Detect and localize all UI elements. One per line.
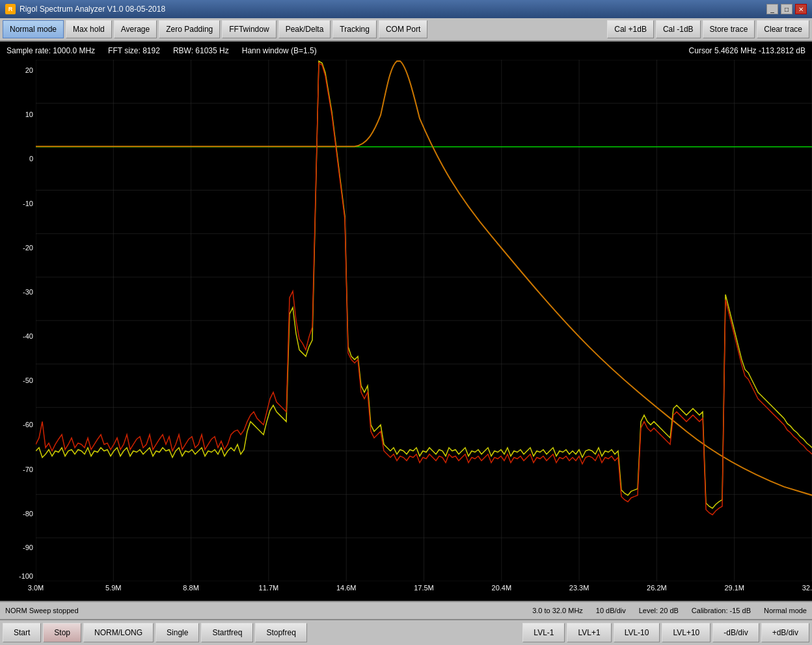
x-label-32m: 32.0M — [802, 584, 812, 592]
chart-header: Sample rate: 1000.0 MHz FFT size: 8192 R… — [0, 42, 812, 60]
chart-header-left: Sample rate: 1000.0 MHz FFT size: 8192 R… — [7, 46, 689, 55]
sample-rate-label: Sample rate: 1000.0 MHz — [7, 46, 95, 55]
x-label-3m: 3.0M — [28, 584, 44, 592]
rbw-label: RBW: 61035 Hz — [173, 46, 229, 55]
lvl-minus10-button[interactable]: LVL-10 — [614, 623, 660, 642]
app-icon: R — [5, 4, 16, 14]
y-label-minus80: -80 — [23, 510, 33, 518]
chart-plot — [36, 60, 812, 581]
peak-delta-button[interactable]: Peak/Delta — [278, 20, 331, 38]
y-label-minus50: -50 — [23, 376, 33, 384]
y-label-minus70: -70 — [23, 466, 33, 473]
chart-container[interactable]: Sample rate: 1000.0 MHz FFT size: 8192 R… — [0, 42, 812, 601]
db-div-minus-button[interactable]: -dB/div — [712, 623, 759, 642]
lvl-plus1-button[interactable]: LVL+1 — [567, 623, 611, 642]
y-label-minus90: -90 — [23, 544, 33, 551]
y-label-20: 20 — [25, 66, 33, 74]
y-label-10: 10 — [25, 111, 33, 118]
normal-mode-button[interactable]: Normal mode — [3, 20, 64, 38]
y-label-minus10: -10 — [23, 200, 33, 207]
x-label-291m: 29.1M — [724, 584, 744, 592]
cal-minus1db-button[interactable]: Cal -1dB — [656, 20, 701, 38]
x-label-233m: 23.3M — [569, 584, 589, 592]
x-label-117m: 11.7M — [259, 584, 279, 592]
lvl-minus1-button[interactable]: LVL-1 — [522, 623, 565, 642]
fftwindow-button[interactable]: FFTwindow — [222, 20, 276, 38]
minimize-button[interactable]: _ — [766, 4, 778, 14]
fft-size-label: FFT size: 8192 — [108, 46, 160, 55]
level-value: Level: 20 dB — [639, 607, 679, 614]
maximize-button[interactable]: □ — [781, 4, 792, 14]
store-trace-button[interactable]: Store trace — [703, 20, 755, 38]
lvl-plus10-button[interactable]: LVL+10 — [662, 623, 710, 642]
y-label-minus20: -20 — [23, 244, 33, 252]
title-bar: R Rigol Spectrum Analyzer V1.0 08-05-201… — [0, 0, 812, 18]
status-info: 3.0 to 32.0 MHz 10 dB/div Level: 20 dB C… — [532, 607, 807, 614]
max-hold-button[interactable]: Max hold — [66, 20, 112, 38]
y-label-minus60: -60 — [23, 421, 33, 428]
x-label-88m: 8.8M — [183, 584, 198, 592]
zero-padding-button[interactable]: Zero Padding — [159, 20, 220, 38]
y-label-minus40: -40 — [23, 332, 33, 340]
stopfreq-button[interactable]: Stopfreq — [255, 623, 306, 642]
chart-svg — [36, 60, 812, 581]
freq-range: 3.0 to 32.0 MHz — [532, 607, 583, 614]
clear-trace-button[interactable]: Clear trace — [757, 20, 809, 38]
window-label: Hann window (B=1.5) — [242, 46, 317, 55]
cal-plus1db-button[interactable]: Cal +1dB — [607, 20, 654, 38]
status-bar: NORM Sweep stopped 3.0 to 32.0 MHz 10 dB… — [0, 601, 812, 619]
y-label-0: 0 — [29, 155, 33, 163]
bottom-toolbar: Start Stop NORM/LONG Single Startfreq St… — [0, 619, 812, 645]
db-div-plus-button[interactable]: +dB/div — [761, 623, 809, 642]
close-button[interactable]: ✕ — [795, 4, 807, 14]
startfreq-button[interactable]: Startfreq — [201, 623, 253, 642]
x-axis: 3.0M 5.9M 8.8M 11.7M 14.6M 17.5M 20.4M 2… — [36, 581, 812, 601]
window-controls: _ □ ✕ — [766, 4, 807, 14]
x-label-146m: 14.6M — [336, 584, 357, 592]
tracking-button[interactable]: Tracking — [332, 20, 377, 38]
average-button[interactable]: Average — [114, 20, 157, 38]
com-port-button[interactable]: COM Port — [379, 20, 427, 38]
window-title: Rigol Spectrum Analyzer V1.0 08-05-2018 — [20, 5, 766, 14]
single-button[interactable]: Single — [156, 623, 199, 642]
x-label-262m: 26.2M — [647, 584, 667, 592]
toolbar: Normal mode Max hold Average Zero Paddin… — [0, 18, 812, 42]
db-scale: 10 dB/div — [596, 607, 626, 614]
y-label-minus30: -30 — [23, 288, 33, 296]
stop-button[interactable]: Stop — [43, 623, 81, 642]
cursor-info: Cursor 5.4626 MHz -113.2812 dB — [689, 46, 805, 55]
y-axis: 20 10 0 -10 -20 -30 -40 -50 -60 -70 -80 … — [0, 60, 36, 581]
norm-long-button[interactable]: NORM/LONG — [83, 623, 154, 642]
calibration-value: Calibration: -15 dB — [692, 607, 751, 614]
x-label-204m: 20.4M — [492, 584, 512, 592]
x-label-175m: 17.5M — [414, 584, 434, 592]
status-message: NORM Sweep stopped — [5, 607, 532, 614]
start-button[interactable]: Start — [3, 623, 41, 642]
y-label-minus100: -100 — [19, 572, 33, 580]
mode-value: Normal mode — [764, 607, 807, 614]
x-label-59m: 5.9M — [105, 584, 121, 592]
